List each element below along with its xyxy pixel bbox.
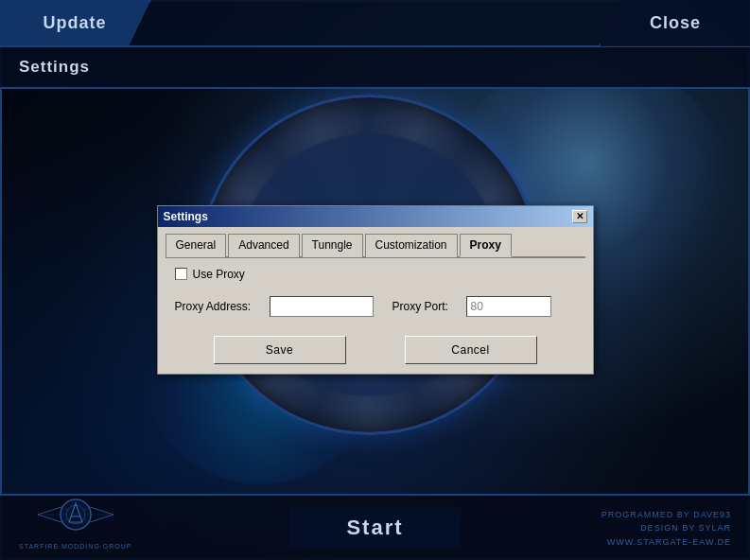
proxy-address-label: Proxy Address: [175, 300, 270, 313]
dialog-body: General Advanced Tunngle Customization P… [158, 227, 593, 374]
use-proxy-row: Use Proxy [166, 268, 585, 281]
tab-bar: General Advanced Tunngle Customization P… [166, 233, 585, 258]
tab-customization[interactable]: Customization [365, 234, 458, 257]
proxy-address-input[interactable] [270, 296, 374, 317]
bottom-credits: PROGRAMMED BY DAVE93 DESIGN BY SYLAR WWW… [602, 508, 731, 549]
proxy-port-label: Proxy Port: [392, 300, 459, 313]
dialog-button-row: Save Cancel [166, 336, 585, 364]
save-button[interactable]: Save [214, 336, 346, 364]
proxy-port-input[interactable] [466, 296, 551, 317]
cancel-button[interactable]: Cancel [405, 336, 537, 364]
tab-general[interactable]: General [166, 234, 227, 257]
settings-bar-label: Settings [19, 58, 90, 77]
logo-svg [33, 488, 118, 540]
tab-proxy[interactable]: Proxy [460, 234, 512, 257]
use-proxy-label: Use Proxy [193, 268, 245, 281]
update-button[interactable]: Update [0, 0, 151, 46]
credits-line3: WWW.STARGATE-EAW.DE [602, 535, 731, 549]
use-proxy-checkbox[interactable] [175, 268, 187, 280]
top-bar: Update Close [0, 0, 750, 47]
bottom-bar: STARFIRE MODDING GROUP Start PROGRAMMED … [0, 494, 750, 560]
close-button[interactable]: Close [599, 0, 750, 46]
dialog-titlebar: Settings ✕ [158, 206, 593, 227]
start-button[interactable]: Start [289, 508, 460, 548]
proxy-fields-row: Proxy Address: Proxy Port: [166, 296, 585, 317]
bottom-logo: STARFIRE MODDING GROUP [19, 488, 131, 551]
settings-dialog: Settings ✕ General Advanced Tunngle Cust… [157, 205, 594, 375]
top-left-section: Update [0, 0, 151, 45]
dialog-close-button[interactable]: ✕ [572, 210, 587, 223]
dialog-title: Settings [164, 210, 208, 223]
logo-text: STARFIRE MODDING GROUP [19, 542, 131, 551]
credits-line2: DESIGN BY SYLAR [602, 521, 731, 534]
credits-line1: PROGRAMMED BY DAVE93 [602, 508, 731, 521]
tab-tunngle[interactable]: Tunngle [302, 234, 363, 257]
tab-advanced[interactable]: Advanced [228, 234, 299, 257]
logo-area [33, 488, 118, 540]
top-right-section: Close [599, 0, 750, 46]
settings-bar: Settings [0, 47, 750, 89]
